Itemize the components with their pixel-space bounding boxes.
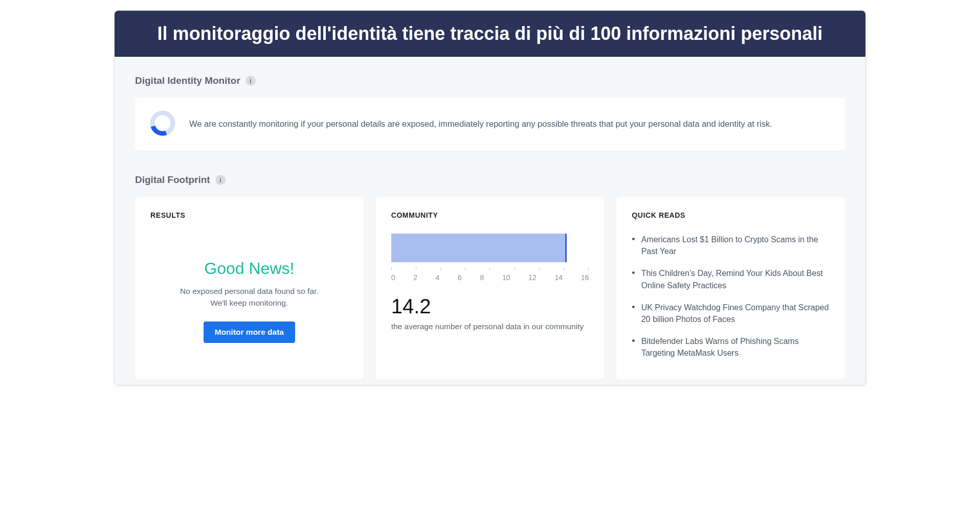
- chart-tick: [416, 267, 416, 270]
- results-line-2: We'll keep monitoring.: [210, 298, 288, 307]
- bullet-icon: •: [632, 302, 635, 325]
- identity-monitor-card: We are constantly monitoring if your per…: [135, 98, 845, 151]
- chart-tick-label: 8: [480, 273, 484, 282]
- chart-bar-fill: [391, 234, 567, 262]
- banner-text: Il monitoraggio dell'identità tiene trac…: [158, 23, 823, 44]
- identity-monitor-header: Digital Identity Monitor i: [135, 75, 845, 86]
- chart-tick: [465, 267, 465, 270]
- results-line-1: No exposed personal data found so far.: [180, 287, 319, 295]
- app-container: Il monitoraggio dell'identità tiene trac…: [114, 10, 866, 385]
- quick-reads-item-text: Americans Lost $1 Billion to Crypto Scam…: [641, 234, 830, 257]
- chart-tick-label: 16: [581, 273, 589, 282]
- results-text: No exposed personal data found so far. W…: [180, 285, 319, 309]
- quick-reads-item-text: UK Privacy Watchdog Fines Company that S…: [641, 302, 830, 325]
- community-stat-caption: the average number of personal data in o…: [391, 321, 589, 332]
- info-icon[interactable]: i: [215, 175, 226, 185]
- chart-tick-label: 6: [458, 273, 462, 282]
- chart-tick-label: 2: [413, 273, 417, 282]
- chart-axis: 0246810121416: [391, 273, 589, 282]
- results-body: Good News! No exposed personal data foun…: [150, 234, 348, 343]
- community-card: COMMUNITY 0246810121416 14.2 the average…: [376, 197, 605, 380]
- chart-tick: [440, 267, 441, 270]
- monitor-more-data-button[interactable]: Monitor more data: [204, 321, 295, 343]
- digital-footprint-header: Digital Footprint i: [135, 174, 845, 186]
- results-headline: Good News!: [204, 259, 294, 278]
- quick-reads-list: •Americans Lost $1 Billion to Crypto Sca…: [632, 234, 830, 359]
- community-card-title: COMMUNITY: [391, 211, 589, 219]
- bullet-icon: •: [632, 234, 635, 257]
- chart-tick: [515, 267, 515, 270]
- chart-tick: [564, 267, 564, 270]
- chart-bar-track: [391, 234, 589, 262]
- chart-tick-label: 10: [502, 273, 510, 282]
- quick-reads-item[interactable]: •This Children's Day, Remind Your Kids A…: [632, 267, 830, 291]
- chart-tick: [489, 267, 490, 270]
- chart-tick-label: 12: [528, 273, 537, 282]
- chart-tick: [588, 267, 589, 270]
- footprint-cards-row: RESULTS Good News! No exposed personal d…: [135, 197, 845, 380]
- community-chart: 0246810121416: [391, 234, 589, 282]
- banner: Il monitoraggio dell'identità tiene trac…: [115, 11, 865, 57]
- bullet-icon: •: [632, 267, 635, 291]
- quick-reads-card: QUICK READS •Americans Lost $1 Billion t…: [616, 197, 845, 380]
- quick-reads-item[interactable]: •Bitdefender Labs Warns of Phishing Scam…: [632, 335, 830, 359]
- chart-tick-label: 14: [555, 273, 563, 282]
- quick-reads-item[interactable]: •Americans Lost $1 Billion to Crypto Sca…: [632, 234, 830, 257]
- ring-progress-icon: [149, 110, 176, 139]
- chart-tick: [391, 267, 392, 270]
- quick-reads-item-text: Bitdefender Labs Warns of Phishing Scams…: [641, 335, 830, 359]
- identity-monitor-description: We are constantly monitoring if your per…: [189, 118, 772, 131]
- chart-tick-label: 4: [436, 273, 440, 282]
- results-card-title: RESULTS: [150, 211, 348, 219]
- chart-tickline-row: [391, 267, 589, 270]
- results-card: RESULTS Good News! No exposed personal d…: [135, 197, 364, 380]
- chart-tick-label: 0: [391, 273, 395, 282]
- quick-reads-item-text: This Children's Day, Remind Your Kids Ab…: [641, 267, 830, 291]
- chart-tick: [539, 267, 540, 270]
- content-area: Digital Identity Monitor i We are consta…: [115, 57, 865, 385]
- quick-reads-item[interactable]: •UK Privacy Watchdog Fines Company that …: [632, 302, 830, 325]
- bullet-icon: •: [632, 335, 635, 359]
- info-icon[interactable]: i: [246, 76, 256, 86]
- digital-footprint-title: Digital Footprint: [135, 174, 210, 186]
- community-stat-value: 14.2: [391, 295, 589, 318]
- quick-reads-title: QUICK READS: [632, 211, 830, 219]
- identity-monitor-title: Digital Identity Monitor: [135, 75, 240, 86]
